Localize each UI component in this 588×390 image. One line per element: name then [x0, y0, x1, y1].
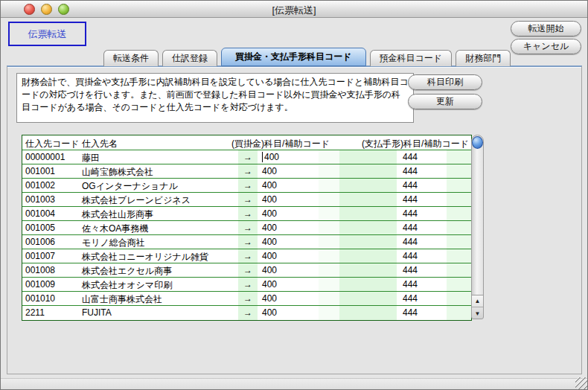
payable-aux-code-cell[interactable] [319, 292, 339, 305]
notes-aux-code-cell[interactable] [447, 306, 471, 320]
table-row[interactable]: 001002OGインターナショナル→400444 [22, 179, 471, 193]
supplier-code-cell[interactable]: 001008 [22, 263, 79, 277]
supplier-name-cell[interactable]: FUJITA [79, 306, 238, 320]
supplier-code-cell[interactable]: 001002 [22, 179, 79, 192]
table-row[interactable]: 001003株式会社ブレーンビジネス→400444 [22, 193, 471, 207]
supplier-code-cell[interactable]: 001006 [22, 235, 79, 249]
payable-aux-code-cell[interactable] [319, 193, 339, 206]
tab-transfer-conditions[interactable]: 転送条件 [103, 50, 159, 66]
notes-subject-code-cell[interactable]: 444 [397, 278, 447, 291]
table-row[interactable]: 001006モリノ総合商社→400444 [22, 235, 471, 249]
payable-subject-code-cell[interactable]: 400 [258, 150, 319, 164]
notes-subject-code-cell[interactable]: 444 [397, 292, 447, 305]
scrollbar-thumb[interactable] [472, 136, 483, 149]
table-row[interactable]: 2211FUJITA→400444 [22, 306, 471, 320]
supplier-code-cell[interactable]: 001007 [22, 249, 79, 263]
payable-subject-code-cell[interactable]: 400 [258, 306, 319, 320]
scroll-down-button[interactable]: ▼ [472, 307, 483, 319]
notes-aux-code-cell[interactable] [447, 235, 471, 249]
supplier-name-cell[interactable]: OGインターナショナル [79, 179, 238, 192]
table-row[interactable]: 001008株式会社エクセル商事→400444 [22, 263, 471, 278]
supplier-code-cell[interactable]: 00000001 [22, 150, 79, 164]
scroll-up-button[interactable]: ▲ [472, 295, 483, 307]
tab-journal-entry[interactable]: 仕訳登録 [162, 50, 217, 66]
table-row[interactable]: 001007株式会社コニーオリジナル雑貨→400444 [22, 249, 471, 263]
supplier-name-cell[interactable]: 山富士商事株式会社 [79, 292, 238, 305]
notes-aux-code-cell[interactable] [447, 292, 471, 305]
supplier-code-cell[interactable]: 001010 [22, 292, 79, 305]
supplier-code-cell[interactable]: 001001 [22, 164, 79, 178]
payable-aux-code-cell[interactable] [319, 249, 339, 263]
payable-subject-code-cell[interactable]: 400 [258, 221, 319, 234]
notes-subject-code-cell[interactable]: 444 [397, 164, 447, 178]
start-transfer-button[interactable]: 転送開始 [511, 21, 581, 36]
payable-subject-code-cell[interactable]: 400 [258, 164, 319, 178]
supplier-code-cell[interactable]: 001009 [22, 278, 79, 291]
payable-subject-code-cell[interactable]: 400 [258, 292, 319, 305]
notes-subject-code-cell[interactable]: 444 [397, 263, 447, 277]
resize-grip-icon[interactable] [575, 377, 587, 389]
payable-aux-code-cell[interactable] [319, 164, 339, 178]
payable-subject-code-cell[interactable]: 400 [258, 193, 319, 206]
payable-aux-code-cell[interactable] [319, 306, 339, 320]
supplier-name-cell[interactable]: 藤田 [79, 150, 238, 164]
notes-subject-code-cell[interactable]: 444 [397, 150, 447, 164]
notes-subject-code-cell[interactable]: 444 [397, 306, 447, 320]
payable-aux-code-cell[interactable] [319, 278, 339, 291]
payable-aux-code-cell[interactable] [319, 179, 339, 192]
supplier-code-cell[interactable]: 2211 [22, 306, 79, 320]
tab-payable-note-codes[interactable]: 買掛金・支払手形科目コード [221, 48, 366, 66]
payable-subject-code-cell[interactable]: 400 [258, 278, 319, 291]
notes-aux-code-cell[interactable] [447, 263, 471, 277]
supplier-name-cell[interactable]: 佐々木OA事務機 [79, 221, 238, 234]
supplier-name-cell[interactable]: 山崎宝飾株式会社 [79, 164, 238, 178]
payable-aux-code-cell[interactable] [319, 221, 339, 234]
notes-aux-code-cell[interactable] [447, 249, 471, 263]
notes-subject-code-cell[interactable]: 444 [397, 179, 447, 192]
supplier-name-cell[interactable]: 株式会社エクセル商事 [79, 263, 238, 277]
notes-aux-code-cell[interactable] [447, 150, 471, 164]
notes-subject-code-cell[interactable]: 444 [397, 193, 447, 206]
supplier-name-cell[interactable]: 株式会社山形商事 [79, 207, 238, 220]
notes-subject-code-cell[interactable]: 444 [397, 207, 447, 220]
supplier-name-cell[interactable]: 株式会社コニーオリジナル雑貨 [79, 249, 238, 263]
table-row[interactable]: 001009株式会社オオシマ印刷→400444 [22, 278, 471, 292]
title-bar[interactable]: [伝票転送] [1, 1, 587, 18]
table-scrollbar[interactable]: ▲ ▼ [471, 135, 484, 319]
supplier-code-cell[interactable]: 001003 [22, 193, 79, 206]
table-row[interactable]: 001010山富士商事株式会社→400444 [22, 292, 471, 306]
payable-subject-code-cell[interactable]: 400 [258, 179, 319, 192]
payable-aux-code-cell[interactable] [319, 207, 339, 220]
notes-subject-code-cell[interactable]: 444 [397, 221, 447, 234]
payable-subject-code-cell[interactable]: 400 [258, 263, 319, 277]
payable-aux-code-cell[interactable] [319, 150, 339, 164]
payable-subject-code-cell[interactable]: 400 [258, 249, 319, 263]
notes-aux-code-cell[interactable] [447, 164, 471, 178]
notes-aux-code-cell[interactable] [447, 179, 471, 192]
table-row[interactable]: 001004株式会社山形商事→400444 [22, 207, 471, 221]
cancel-button[interactable]: キャンセル [511, 39, 581, 54]
notes-aux-code-cell[interactable] [447, 221, 471, 234]
supplier-name-cell[interactable]: 株式会社オオシマ印刷 [79, 278, 238, 291]
payable-aux-code-cell[interactable] [319, 263, 339, 277]
supplier-code-cell[interactable]: 001005 [22, 221, 79, 234]
notes-aux-code-cell[interactable] [447, 193, 471, 206]
notes-aux-code-cell[interactable] [447, 278, 471, 291]
supplier-name-cell[interactable]: 株式会社ブレーンビジネス [79, 193, 238, 206]
table-row[interactable]: 001001山崎宝飾株式会社→400444 [22, 164, 471, 179]
payable-subject-code-cell[interactable]: 400 [258, 207, 319, 220]
tab-finance-department[interactable]: 財務部門 [456, 50, 511, 66]
notes-subject-code-cell[interactable]: 444 [397, 249, 447, 263]
notes-aux-code-cell[interactable] [447, 207, 471, 220]
module-badge-label: 伝票転送 [28, 28, 67, 41]
payable-subject-code-cell[interactable]: 400 [258, 235, 319, 249]
supplier-code-cell[interactable]: 001004 [22, 207, 79, 220]
table-row[interactable]: 001005佐々木OA事務機→400444 [22, 221, 471, 235]
supplier-name-cell[interactable]: モリノ総合商社 [79, 235, 238, 249]
update-button[interactable]: 更新 [408, 94, 482, 109]
table-row[interactable]: 00000001藤田→400444 [22, 150, 471, 164]
notes-subject-code-cell[interactable]: 444 [397, 235, 447, 249]
print-subjects-button[interactable]: 科目印刷 [408, 74, 482, 90]
payable-aux-code-cell[interactable] [319, 235, 339, 249]
tab-deposit-codes[interactable]: 預金科目コード [370, 50, 453, 66]
